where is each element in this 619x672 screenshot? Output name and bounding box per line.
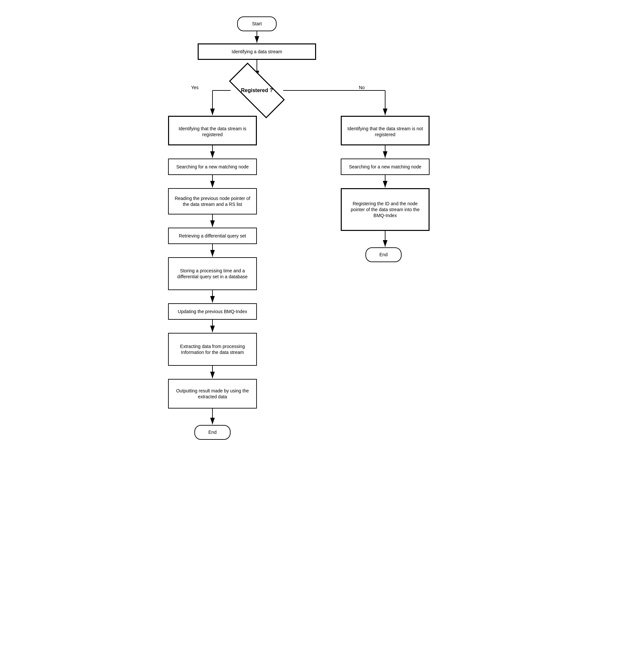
start-node: Start: [237, 16, 277, 31]
s907-label: Updating the previous BMQ-Index: [178, 309, 247, 315]
s901-node: Identifying a data stream: [198, 44, 316, 60]
s912-label: Registering the ID and the node pointer …: [346, 201, 425, 219]
no-label: No: [359, 85, 365, 90]
flowchart-diagram: Start S901 Identifying a data stream Reg…: [161, 7, 458, 664]
s905-node: Retrieving a differential query set: [168, 227, 257, 244]
s906-node: Storing a processing time and a differen…: [168, 257, 257, 290]
start-label: Start: [252, 21, 262, 27]
s912-node: Registering the ID and the node pointer …: [341, 188, 429, 231]
s903-node: Searching for a new matching node: [168, 158, 257, 175]
s902-node: Identifying that the data stream is regi…: [168, 116, 257, 145]
s902-label: Identifying that the data stream is regi…: [173, 126, 252, 137]
s904-label: Reading the previous node pointer of the…: [173, 195, 252, 207]
end-right-node: End: [365, 247, 402, 262]
s909-node: Outputting result made by using the extr…: [168, 379, 257, 409]
s905-label: Retrieving a differential query set: [179, 233, 246, 239]
s907-node: Updating the previous BMQ-Index: [168, 303, 257, 320]
end-right-label: End: [380, 252, 388, 258]
s910-node: Identifying that the data stream is not …: [341, 116, 429, 145]
s903-label: Searching for a new matching node: [176, 164, 249, 170]
s911-node: Searching for a new matching node: [341, 158, 429, 175]
s906-label: Storing a processing time and a differen…: [173, 268, 252, 280]
s908-label: Extracting data from processing Informat…: [173, 343, 252, 355]
s910-label: Identifying that the data stream is not …: [346, 126, 425, 137]
s904-node: Reading the previous node pointer of the…: [168, 188, 257, 214]
s901-label: Identifying a data stream: [231, 49, 282, 55]
diamond-node: Registered ?: [230, 77, 283, 104]
s909-label: Outputting result made by using the extr…: [173, 388, 252, 400]
end-left-label: End: [209, 429, 217, 435]
s911-label: Searching for a new matching node: [349, 164, 421, 170]
s908-node: Extracting data from processing Informat…: [168, 333, 257, 366]
yes-label: Yes: [191, 85, 199, 90]
diamond-label: Registered ?: [230, 77, 283, 104]
end-left-node: End: [194, 425, 230, 440]
